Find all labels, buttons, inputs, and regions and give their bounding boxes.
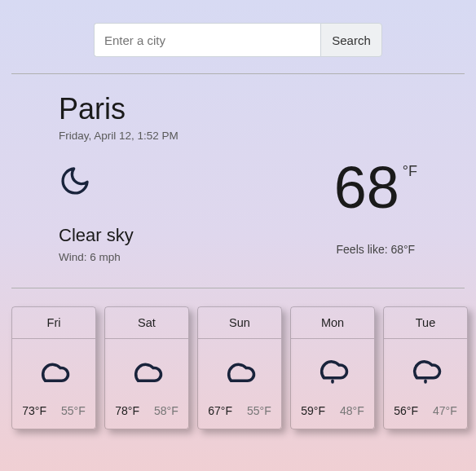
cloud-icon [130,354,164,391]
forecast-hi: 67°F [208,404,232,417]
weather-row: Clear sky Wind: 6 mph 68 °F Feels like: … [59,156,465,263]
current-weather: Paris Friday, April 12, 1:52 PM Clear sk… [0,74,476,288]
forecast-lo: 47°F [433,404,457,417]
cloud-icon [37,354,71,391]
temp-value: 68 [334,158,399,217]
search-bar: Search [0,0,476,73]
moon-icon [59,165,134,197]
drizzle-icon [315,354,350,391]
forecast-day-label: Mon [291,307,374,339]
drizzle-icon [408,354,443,391]
forecast-temps: 78°F58°F [115,404,178,417]
forecast-hi: 73°F [22,404,46,417]
temp-unit: °F [403,163,417,180]
forecast-day-label: Fri [12,307,95,339]
forecast-day-label: Sat [105,307,188,339]
forecast-temps: 59°F48°F [301,404,364,417]
forecast-lo: 55°F [61,404,86,417]
forecast-card[interactable]: Sat78°F58°F [104,306,189,429]
forecast-temps: 73°F55°F [22,404,85,417]
weather-right: 68 °F Feels like: 68°F [334,156,465,256]
cloud-icon [223,354,257,391]
forecast-lo: 48°F [340,404,364,417]
city-search-input[interactable] [94,23,320,57]
current-datetime: Friday, April 12, 1:52 PM [59,130,465,142]
feels-like: Feels like: 68°F [337,243,416,256]
search-button[interactable]: Search [320,23,382,57]
forecast-card[interactable]: Fri73°F55°F [11,306,96,429]
forecast-lo: 55°F [247,404,271,417]
forecast-temps: 67°F55°F [208,404,271,417]
forecast-row: Fri73°F55°FSat78°F58°FSun67°F55°FMon59°F… [0,288,476,447]
forecast-lo: 58°F [154,404,178,417]
condition-text: Clear sky [59,225,134,246]
search-group: Search [94,23,382,57]
forecast-day-label: Sun [198,307,281,339]
forecast-card[interactable]: Sun67°F55°F [197,306,282,429]
city-name: Paris [59,92,465,126]
weather-left: Clear sky Wind: 6 mph [59,156,134,263]
forecast-card[interactable]: Mon59°F48°F [290,306,375,429]
forecast-hi: 56°F [394,404,418,417]
forecast-day-label: Tue [384,307,467,339]
wind-text: Wind: 6 mph [59,251,134,263]
forecast-card[interactable]: Tue56°F47°F [383,306,468,429]
temp-display: 68 °F [334,158,417,217]
forecast-hi: 78°F [115,404,139,417]
forecast-temps: 56°F47°F [394,404,456,417]
forecast-hi: 59°F [301,404,325,417]
